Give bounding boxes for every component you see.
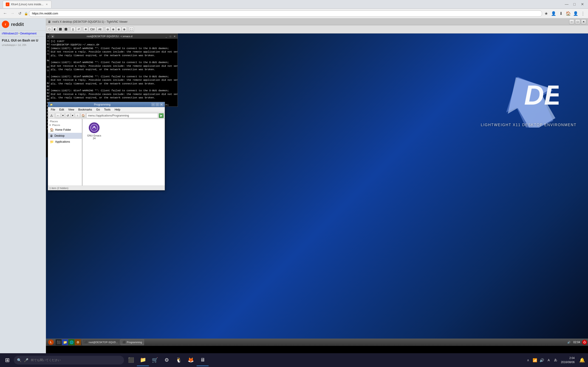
windows-search-bar[interactable]: 🔍 🎤 何でも聞いてください [14,356,124,365]
vnc-alt-btn[interactable]: Alt [97,27,103,32]
bookmark-list-icon[interactable]: 🏠 [565,10,571,17]
terminal-minimize-btn[interactable]: _ [165,35,168,38]
lock-icon: 🔒 [24,11,28,16]
vnc-screenshot-btn[interactable]: ⬛ [58,27,63,32]
back-button[interactable]: ← [2,10,8,17]
fm-menu-edit[interactable]: Edit [57,108,66,112]
vnc-minimize-button[interactable]: ─ [569,19,574,24]
windows-start-button[interactable]: ⊞ [1,354,14,367]
forward-button[interactable]: → [9,10,16,17]
fm-menu-view[interactable]: View [66,108,76,112]
windows-search-placeholder: 何でも聞いてください [31,358,61,362]
windows-taskview-btn[interactable]: ⬛ [125,354,137,366]
vnc-btn3[interactable]: ⬛ [63,27,69,32]
fm-menu-go[interactable]: Go [95,108,102,112]
lxde-task-terminal[interactable]: ⬛ root@DESKTOP-SQUD... [82,339,120,345]
fm-place-applications[interactable]: 📁 Applications [48,139,82,145]
win-tb-app-vnc[interactable]: 🖥 [197,354,208,366]
fm-up-btn[interactable]: ↑ [75,113,80,118]
fm-close-btn[interactable]: ✕ [160,103,163,106]
fm-item-emacs[interactable]: GNU Emacs 24 [85,121,103,141]
search-icon[interactable]: ⋮ [580,10,586,17]
lxde-app-launcher-browser[interactable]: 🌐 [69,339,74,345]
terminal-maximize-btn[interactable]: □ [169,35,172,38]
post-time: 1d, 20h [18,44,26,46]
windows-clock[interactable]: 2:04 2016/08/06 [559,356,577,364]
vnc-zoom-in-btn[interactable]: ⊕ [111,27,116,32]
lxde-app-launcher-terminal[interactable]: ⬛ [56,339,61,345]
address-input[interactable] [29,10,542,17]
win-tb-app-store[interactable]: 🛒 [149,354,161,366]
win-systray: ∧ 📶 🔊 A あ [525,357,559,363]
fm-place-desktop[interactable]: 🖥 Desktop [48,133,82,139]
vnc-content: 🖥 root's X desktop (DESKTOP-SQUDF2U:1) -… [46,18,588,353]
emacs-icon [89,122,100,133]
subreddit-name[interactable]: r/Windows10 [2,32,18,35]
win-tray-expand[interactable]: ∧ [525,357,531,363]
win-tb-app-folder[interactable]: 📁 [137,354,149,366]
lxde-subtitle: Lightweight X11 Desktop Environment [481,123,577,127]
lxde-app-launcher-settings[interactable]: ⚙ [75,339,81,345]
vnc-zoom-out-btn[interactable]: ⊖ [105,27,110,32]
fm-menu-bookmarks[interactable]: Bookmarks [77,108,94,112]
vnc-pause-btn[interactable]: ‖ [70,27,76,32]
vnc-refresh-btn[interactable]: ◧ [52,27,57,32]
vnc-ctrl-btn[interactable]: Ctrl [89,27,96,32]
terminal-close-btn[interactable]: ✕ [173,35,176,38]
extensions-icon[interactable]: 👤 [572,10,579,17]
maximize-button[interactable]: □ [571,1,578,7]
lxde-clock: 02:04 [573,341,580,344]
vnc-zoom-fit-btn[interactable]: ⊗ [116,27,121,32]
win-tray-network[interactable]: 📶 [532,357,538,363]
reload-button[interactable]: ↺ [17,10,23,17]
filemanager-statusbar: 1 item (2 hidden) [48,186,165,190]
post-meta: u/radialapps • 1d, 20h [2,44,44,46]
win-tray-volume[interactable]: 🔊 [539,357,545,363]
fm-maximize-btn[interactable]: □ [156,103,159,106]
reddit-category[interactable]: Development [20,32,36,35]
fm-minimize-btn[interactable]: ─ [151,103,155,106]
emacs-label: GNU Emacs 24 [86,134,103,140]
vnc-shortcut-btn[interactable]: ⊕ [83,27,88,32]
vnc-zoom-custom-btn[interactable]: ⊕ [122,27,127,32]
win-tb-app-ubuntu[interactable]: 🐧 [173,354,185,366]
post-title[interactable]: FULL GUI on Bash on U [2,39,44,42]
svg-point-3 [90,124,98,131]
filemanager-menubar: File Edit View Bookmarks Go Tools Help [48,107,165,112]
fm-location-input[interactable] [86,113,158,118]
lxde-start-button[interactable]: L [47,339,55,345]
fm-place-home[interactable]: 🏠 Home Folder [48,127,82,133]
lxde-task-filemanager[interactable]: ⬛ Programming [120,339,144,345]
fm-reload-btn[interactable]: ↺ [65,113,70,118]
vnc-fullscreen-btn[interactable]: ⛶ [129,27,134,32]
browser-tab[interactable]: r Xfce4 (Linux) runs inside... ✕ [3,1,52,8]
fm-home-btn[interactable]: 🏠 [81,113,86,118]
fm-menu-help[interactable]: Help [113,108,122,112]
vnc-maximize-button[interactable]: □ [575,19,580,24]
win-tray-ime2[interactable]: あ [553,357,559,363]
bookmarks-icon[interactable]: ★ [543,10,549,17]
win-notification-btn[interactable]: 🔔 [577,355,587,365]
lxde-logo-svg: DE [499,68,559,127]
lxde-app-launcher-fm[interactable]: 📁 [62,339,68,345]
fm-menu-tools[interactable]: Tools [102,108,112,112]
fm-reload-dropdown-btn[interactable]: ▼ [71,113,74,118]
win-tray-ime[interactable]: A [546,357,552,363]
close-button[interactable]: ✕ [579,1,585,7]
places-header: Places [48,119,82,124]
minimize-button[interactable]: — [564,1,570,7]
tab-close-icon[interactable]: ✕ [45,2,48,6]
vnc-config-icon: ⬡ [47,27,52,32]
win-tb-app-firefox[interactable]: 🦊 [185,354,197,366]
vnc-close-button[interactable]: ✕ [581,19,586,24]
user-icon[interactable]: 👤 [550,10,557,17]
vnc-loop-btn[interactable]: ↺ [76,27,81,32]
fm-forward-dropdown-btn[interactable]: ▼ [61,113,65,118]
win-tb-app-settings[interactable]: ⚙ [161,354,173,366]
fm-menu-file[interactable]: File [49,108,57,112]
fm-go-btn[interactable]: ▶ [159,113,164,118]
fm-back-btn[interactable]: ← [56,113,61,118]
lxde-tray-power[interactable]: ⏻ [582,340,587,345]
download-icon[interactable]: ⬇ [558,10,564,17]
lxde-tray-volume[interactable]: 🔊 [566,339,571,345]
